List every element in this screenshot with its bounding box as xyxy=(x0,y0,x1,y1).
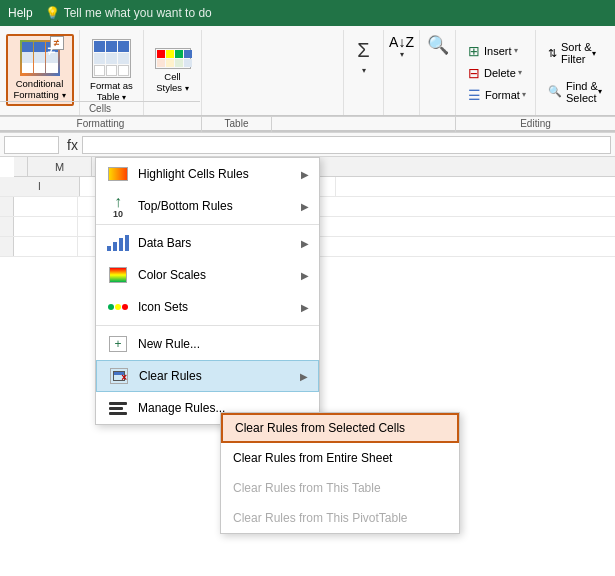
colorscales-arrow: ▶ xyxy=(301,270,309,281)
help-bar: Help 💡 Tell me what you want to do xyxy=(0,0,615,26)
cf-dropdown: Highlight Cells Rules ▶ ↑ 10 Top/Bottom … xyxy=(95,157,320,425)
databars-arrow: ▶ xyxy=(301,238,309,249)
menu-highlight-cells[interactable]: Highlight Cells Rules ▶ xyxy=(96,158,319,190)
newrule-icon: + xyxy=(106,332,130,356)
cf-arrow: ▾ xyxy=(62,91,66,100)
insert-button[interactable]: ⊞ Insert ▾ xyxy=(464,40,527,62)
fat-label: Format asTable ▾ xyxy=(90,80,133,102)
row-header-I: I xyxy=(0,177,80,196)
clear-rules-submenu: Clear Rules from Selected Cells Clear Ru… xyxy=(220,412,460,534)
submenu-clear-pivot: Clear Rules from This PivotTable xyxy=(221,503,459,533)
submenu-clear-selected[interactable]: Clear Rules from Selected Cells xyxy=(221,413,459,443)
cell-styles-button[interactable]: CellStyles ▾ xyxy=(145,34,200,106)
find-icon[interactable]: 🔍 xyxy=(427,34,449,56)
help-label[interactable]: Help xyxy=(8,6,33,20)
clearrules-arrow: ▶ xyxy=(300,371,308,382)
az-icon[interactable]: A↓Z xyxy=(389,34,414,50)
ribbon: ≠ Conditional Formatting ▾ Format asTabl… xyxy=(0,26,615,133)
sep2 xyxy=(96,325,319,326)
colorscales-icon xyxy=(106,263,130,287)
formula-bar-row: fx xyxy=(0,133,615,157)
highlight-icon xyxy=(106,162,130,186)
highlight-arrow: ▶ xyxy=(301,169,309,180)
databars-icon xyxy=(106,231,130,255)
sigma-button[interactable]: Σ xyxy=(348,34,380,66)
delete-button[interactable]: ⊟ Delete ▾ xyxy=(464,62,527,84)
menu-iconsets[interactable]: Icon Sets ▶ xyxy=(96,291,319,323)
menu-databars[interactable]: Data Bars ▶ xyxy=(96,227,319,259)
cf-label: Conditional Formatting ▾ xyxy=(10,78,70,101)
sep1 xyxy=(96,224,319,225)
submenu-clear-table: Clear Rules from This Table xyxy=(221,473,459,503)
topbottom-icon: ↑ 10 xyxy=(106,194,130,218)
group-labels-row: Formatting Table Editing xyxy=(0,116,615,132)
format-button[interactable]: ☰ Format ▾ xyxy=(464,84,527,106)
managerules-icon xyxy=(106,396,130,420)
submenu-clear-sheet[interactable]: Clear Rules from Entire Sheet xyxy=(221,443,459,473)
tell-me-input[interactable]: Tell me what you want to do xyxy=(64,6,212,20)
lightbulb-icon: 💡 xyxy=(45,6,60,20)
conditional-formatting-button[interactable]: ≠ Conditional Formatting ▾ xyxy=(6,34,74,106)
topbottom-arrow: ▶ xyxy=(301,201,309,212)
insert-arrow: ▾ xyxy=(514,46,518,55)
table-group-label: Table xyxy=(202,116,272,132)
sort-filter-button[interactable]: ⇅Sort &Filter ▾ xyxy=(544,39,607,67)
delete-arrow: ▾ xyxy=(518,68,522,77)
cells-group-label: Cells xyxy=(0,101,200,115)
formatting-group-label: Formatting xyxy=(0,116,202,132)
editing-group-label: Editing xyxy=(455,116,615,132)
menu-newrule[interactable]: + New Rule... xyxy=(96,328,319,360)
iconsets-icon xyxy=(106,295,130,319)
name-box[interactable] xyxy=(4,136,59,154)
fx-label: fx xyxy=(67,137,78,153)
format-as-table-button[interactable]: Format asTable ▾ xyxy=(84,34,139,106)
formula-input[interactable] xyxy=(82,136,611,154)
find-select-button[interactable]: 🔍Find &Select ▾ xyxy=(544,78,607,106)
format-arrow: ▾ xyxy=(522,90,526,99)
col-header-m: M xyxy=(28,157,92,176)
clearrules-icon: × xyxy=(107,364,131,388)
spreadsheet: M N O P I xyxy=(0,157,615,576)
iconsets-arrow: ▶ xyxy=(301,302,309,313)
cs-label: CellStyles ▾ xyxy=(156,71,189,93)
menu-clearrules[interactable]: × Clear Rules ▶ xyxy=(96,360,319,392)
menu-colorscales[interactable]: Color Scales ▶ xyxy=(96,259,319,291)
menu-topbottom[interactable]: ↑ 10 Top/Bottom Rules ▶ xyxy=(96,190,319,222)
